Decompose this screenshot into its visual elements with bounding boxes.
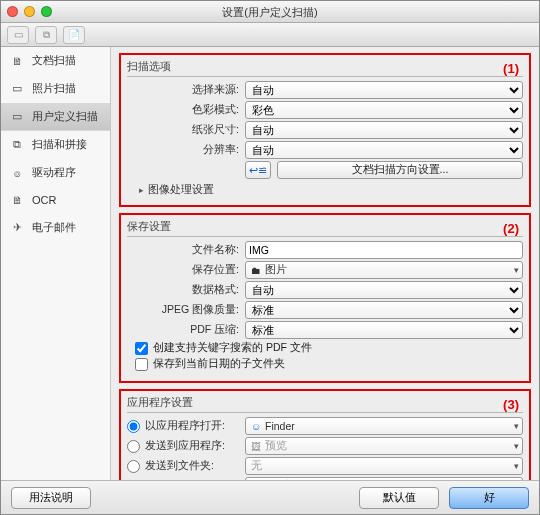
filename-input[interactable] [245,241,523,259]
sidebar-item-driver[interactable]: ⌾ 驱动程序 [1,159,110,187]
document-icon: 🗎 [8,54,26,68]
sidebar-item-label: 用户定义扫描 [32,109,98,124]
footer: 用法说明 默认值 好 [1,480,539,514]
stitch-icon: ⧉ [8,138,26,152]
pdf-select[interactable]: 标准 [245,321,523,339]
folder-icon: 🖿 [249,265,263,276]
window: 设置(用户定义扫描) ▭ ⧉ 📄 🗎 文档扫描 ▭ 照片扫描 ▭ 用户定义扫描 … [0,0,540,515]
toolbar: ▭ ⧉ 📄 [1,23,539,47]
sidebar-item-label: 照片扫描 [32,81,76,96]
send-app-select: 🖼 预览 ▾ [245,437,523,455]
close-icon[interactable] [7,6,18,17]
res-label: 分辨率: [127,143,245,157]
group-title-save: 保存设置 [127,219,523,237]
toolbar-copy-icon[interactable]: ⧉ [35,26,57,44]
sidebar-item-label: 文档扫描 [32,53,76,68]
sidebar-item-ocr[interactable]: 🗎 OCR [1,187,110,214]
radio-attach-email[interactable] [127,480,140,481]
orient-reset-button[interactable]: ↩≌ [245,161,271,179]
send-folder-select: 无 ▾ [245,457,523,475]
sidebar-item-label: 电子邮件 [32,220,76,235]
filename-label: 文件名称: [127,243,245,257]
sidebar-item-photo-scan[interactable]: ▭ 照片扫描 [1,75,110,103]
paper-select[interactable]: 自动 [245,121,523,139]
swap-icon: ↩≌ [249,164,267,176]
jpeg-label: JPEG 图像质量: [127,303,245,317]
titlebar: 设置(用户定义扫描) [1,1,539,23]
group-marker-2: (2) [503,221,519,236]
chk-keyword-input[interactable] [135,342,148,355]
image-proc-disclosure[interactable]: 图像处理设置 [127,183,523,197]
ok-button[interactable]: 好 [449,487,529,509]
jpeg-select[interactable]: 标准 [245,301,523,319]
group-marker-1: (1) [503,61,519,76]
sidebar-item-custom-scan[interactable]: ▭ 用户定义扫描 [1,103,110,131]
ocr-icon: 🗎 [8,193,26,207]
res-select[interactable]: 自动 [245,141,523,159]
custom-scan-icon: ▭ [8,110,26,124]
chk-date-subfolder[interactable]: 保存到当前日期的子文件夹 [135,357,523,371]
orient-settings-button[interactable]: 文档扫描方向设置... [277,161,523,179]
email-icon: ✈ [8,221,26,235]
color-label: 色彩模式: [127,103,245,117]
sidebar-item-label: OCR [32,194,56,206]
chevron-down-icon: ▾ [514,421,519,431]
chk-subfolder-input[interactable] [135,358,148,371]
sidebar-item-document-scan[interactable]: 🗎 文档扫描 [1,47,110,75]
sidebar-item-label: 扫描和拼接 [32,137,87,152]
source-label: 选择来源: [127,83,245,97]
attach-email-select: 📎 无(手动附加) ▾ [245,477,523,480]
zoom-icon[interactable] [41,6,52,17]
preview-icon: 🖼 [249,441,263,452]
toolbar-doc-icon[interactable]: 📄 [63,26,85,44]
window-title: 设置(用户定义扫描) [222,6,317,18]
sidebar-item-email[interactable]: ✈ 电子邮件 [1,214,110,242]
window-controls [7,6,52,17]
source-select[interactable]: 自动 [245,81,523,99]
group-marker-3: (3) [503,397,519,412]
content-pane: (1) 扫描选项 选择来源: 自动 色彩模式: 彩色 纸张尺寸: 自动 分辨率:… [111,47,539,480]
chevron-down-icon: ▾ [514,265,519,275]
sidebar-item-stitch[interactable]: ⧉ 扫描和拼接 [1,131,110,159]
radio-send-app[interactable] [127,440,140,453]
photo-icon: ▭ [8,82,26,96]
group-app-settings: (3) 应用程序设置 以应用程序打开: ☺ Finder ▾ [119,389,531,480]
group-save-settings: (2) 保存设置 文件名称: 保存位置: 🖿 图片 ▾ [119,213,531,383]
format-label: 数据格式: [127,283,245,297]
format-select[interactable]: 自动 [245,281,523,299]
color-select[interactable]: 彩色 [245,101,523,119]
minimize-icon[interactable] [24,6,35,17]
defaults-button[interactable]: 默认值 [359,487,439,509]
driver-icon: ⌾ [8,166,26,180]
group-scan-options: (1) 扫描选项 选择来源: 自动 色彩模式: 彩色 纸张尺寸: 自动 分辨率:… [119,53,531,207]
chevron-down-icon: ▾ [514,441,519,451]
finder-icon: ☺ [249,421,263,432]
saveloc-select[interactable]: 🖿 图片 ▾ [245,261,523,279]
usage-button[interactable]: 用法说明 [11,487,91,509]
radio-send-folder[interactable] [127,460,140,473]
paper-label: 纸张尺寸: [127,123,245,137]
group-title-scan: 扫描选项 [127,59,523,77]
sidebar-item-label: 驱动程序 [32,165,76,180]
radio-open-app[interactable] [127,420,140,433]
sidebar: 🗎 文档扫描 ▭ 照片扫描 ▭ 用户定义扫描 ⧉ 扫描和拼接 ⌾ 驱动程序 🗎 [1,47,111,480]
toolbar-scan-icon[interactable]: ▭ [7,26,29,44]
chk-keyword-pdf[interactable]: 创建支持关键字搜索的 PDF 文件 [135,341,523,355]
group-title-app: 应用程序设置 [127,395,523,413]
saveloc-label: 保存位置: [127,263,245,277]
open-app-select[interactable]: ☺ Finder ▾ [245,417,523,435]
pdf-label: PDF 压缩: [127,323,245,337]
chevron-down-icon: ▾ [514,461,519,471]
